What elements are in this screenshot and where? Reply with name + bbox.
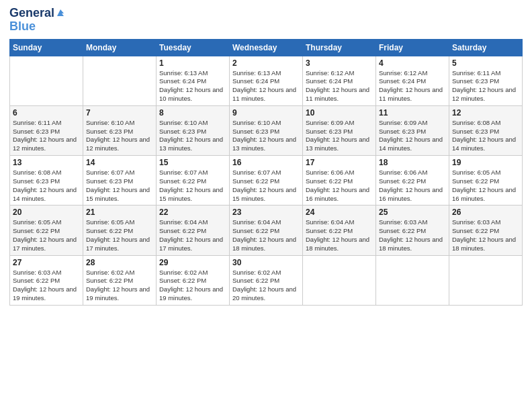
day-number: 11 xyxy=(379,108,446,118)
day-info: Sunrise: 6:05 AM Sunset: 6:22 PM Dayligh… xyxy=(452,169,519,203)
day-info: Sunrise: 6:13 AM Sunset: 6:24 PM Dayligh… xyxy=(159,69,226,103)
day-number: 19 xyxy=(452,158,519,167)
day-cell: 29Sunrise: 6:02 AM Sunset: 6:22 PM Dayli… xyxy=(157,255,230,305)
day-number: 7 xyxy=(86,108,153,118)
week-row-5: 27Sunrise: 6:03 AM Sunset: 6:22 PM Dayli… xyxy=(10,255,523,305)
day-number: 6 xyxy=(13,108,80,118)
day-cell: 16Sunrise: 6:07 AM Sunset: 6:22 PM Dayli… xyxy=(230,156,303,205)
day-cell: 9Sunrise: 6:10 AM Sunset: 6:23 PM Daylig… xyxy=(230,105,303,155)
day-cell: 25Sunrise: 6:03 AM Sunset: 6:22 PM Dayli… xyxy=(376,205,449,255)
day-cell: 12Sunrise: 6:08 AM Sunset: 6:23 PM Dayli… xyxy=(449,105,523,155)
day-info: Sunrise: 6:02 AM Sunset: 6:22 PM Dayligh… xyxy=(232,269,300,303)
day-cell: 19Sunrise: 6:05 AM Sunset: 6:22 PM Dayli… xyxy=(449,156,523,205)
day-info: Sunrise: 6:06 AM Sunset: 6:22 PM Dayligh… xyxy=(379,169,446,203)
day-cell: 14Sunrise: 6:07 AM Sunset: 6:23 PM Dayli… xyxy=(83,156,157,205)
day-info: Sunrise: 6:11 AM Sunset: 6:23 PM Dayligh… xyxy=(13,119,80,153)
day-info: Sunrise: 6:08 AM Sunset: 6:23 PM Dayligh… xyxy=(452,119,519,153)
week-row-2: 6Sunrise: 6:11 AM Sunset: 6:23 PM Daylig… xyxy=(10,105,523,155)
day-info: Sunrise: 6:13 AM Sunset: 6:24 PM Dayligh… xyxy=(232,69,300,103)
weekday-header-saturday: Saturday xyxy=(449,39,523,56)
day-cell: 21Sunrise: 6:05 AM Sunset: 6:22 PM Dayli… xyxy=(83,205,157,255)
weekday-header-monday: Monday xyxy=(83,39,157,56)
day-number: 14 xyxy=(86,158,153,167)
day-number: 22 xyxy=(159,208,226,217)
day-cell xyxy=(83,56,157,105)
day-info: Sunrise: 6:09 AM Sunset: 6:23 PM Dayligh… xyxy=(306,119,373,153)
day-cell: 23Sunrise: 6:04 AM Sunset: 6:22 PM Dayli… xyxy=(230,205,303,255)
logo: General Blue xyxy=(9,7,65,34)
week-row-3: 13Sunrise: 6:08 AM Sunset: 6:23 PM Dayli… xyxy=(10,156,523,205)
calendar-table: SundayMondayTuesdayWednesdayThursdayFrid… xyxy=(9,39,523,306)
day-number: 1 xyxy=(159,58,226,68)
day-number: 13 xyxy=(13,158,80,167)
day-cell xyxy=(376,255,449,305)
day-cell: 3Sunrise: 6:12 AM Sunset: 6:24 PM Daylig… xyxy=(303,56,376,105)
day-info: Sunrise: 6:12 AM Sunset: 6:24 PM Dayligh… xyxy=(306,69,373,103)
day-info: Sunrise: 6:12 AM Sunset: 6:24 PM Dayligh… xyxy=(379,69,446,103)
day-number: 30 xyxy=(232,258,300,267)
day-cell: 4Sunrise: 6:12 AM Sunset: 6:24 PM Daylig… xyxy=(376,56,449,105)
day-number: 17 xyxy=(306,158,373,167)
logo-blue: Blue xyxy=(9,20,36,34)
day-info: Sunrise: 6:02 AM Sunset: 6:22 PM Dayligh… xyxy=(86,269,153,303)
day-cell: 2Sunrise: 6:13 AM Sunset: 6:24 PM Daylig… xyxy=(230,56,303,105)
day-number: 29 xyxy=(159,258,226,267)
day-cell: 24Sunrise: 6:04 AM Sunset: 6:22 PM Dayli… xyxy=(303,205,376,255)
day-info: Sunrise: 6:11 AM Sunset: 6:23 PM Dayligh… xyxy=(452,69,519,103)
day-cell xyxy=(449,255,523,305)
day-cell: 6Sunrise: 6:11 AM Sunset: 6:23 PM Daylig… xyxy=(10,105,83,155)
day-cell: 11Sunrise: 6:09 AM Sunset: 6:23 PM Dayli… xyxy=(376,105,449,155)
weekday-header-wednesday: Wednesday xyxy=(230,39,303,56)
weekday-header-friday: Friday xyxy=(376,39,449,56)
day-cell: 30Sunrise: 6:02 AM Sunset: 6:22 PM Dayli… xyxy=(230,255,303,305)
day-info: Sunrise: 6:05 AM Sunset: 6:22 PM Dayligh… xyxy=(13,218,80,253)
day-info: Sunrise: 6:04 AM Sunset: 6:22 PM Dayligh… xyxy=(306,218,373,253)
day-cell: 18Sunrise: 6:06 AM Sunset: 6:22 PM Dayli… xyxy=(376,156,449,205)
day-number: 3 xyxy=(306,58,373,68)
day-info: Sunrise: 6:09 AM Sunset: 6:23 PM Dayligh… xyxy=(379,119,446,153)
day-cell: 8Sunrise: 6:10 AM Sunset: 6:23 PM Daylig… xyxy=(157,105,230,155)
header: General Blue xyxy=(9,7,523,34)
day-number: 20 xyxy=(13,208,80,217)
weekday-header-sunday: Sunday xyxy=(10,39,83,56)
day-number: 27 xyxy=(13,258,80,267)
day-number: 5 xyxy=(452,58,519,68)
day-number: 10 xyxy=(306,108,373,118)
day-info: Sunrise: 6:03 AM Sunset: 6:22 PM Dayligh… xyxy=(13,269,80,303)
day-number: 16 xyxy=(232,158,300,167)
day-info: Sunrise: 6:04 AM Sunset: 6:22 PM Dayligh… xyxy=(159,218,226,253)
day-cell xyxy=(303,255,376,305)
day-info: Sunrise: 6:03 AM Sunset: 6:22 PM Dayligh… xyxy=(452,218,519,253)
day-info: Sunrise: 6:04 AM Sunset: 6:22 PM Dayligh… xyxy=(232,218,300,253)
day-cell: 26Sunrise: 6:03 AM Sunset: 6:22 PM Dayli… xyxy=(449,205,523,255)
weekday-header-row: SundayMondayTuesdayWednesdayThursdayFrid… xyxy=(10,39,523,56)
logo-general: General xyxy=(9,7,54,20)
day-info: Sunrise: 6:07 AM Sunset: 6:23 PM Dayligh… xyxy=(86,169,153,203)
day-cell: 27Sunrise: 6:03 AM Sunset: 6:22 PM Dayli… xyxy=(10,255,83,305)
day-cell xyxy=(10,56,83,105)
day-info: Sunrise: 6:10 AM Sunset: 6:23 PM Dayligh… xyxy=(159,119,226,153)
day-number: 21 xyxy=(86,208,153,217)
day-cell: 28Sunrise: 6:02 AM Sunset: 6:22 PM Dayli… xyxy=(83,255,157,305)
day-cell: 10Sunrise: 6:09 AM Sunset: 6:23 PM Dayli… xyxy=(303,105,376,155)
day-info: Sunrise: 6:08 AM Sunset: 6:23 PM Dayligh… xyxy=(13,169,80,203)
day-number: 26 xyxy=(452,208,519,217)
week-row-4: 20Sunrise: 6:05 AM Sunset: 6:22 PM Dayli… xyxy=(10,205,523,255)
day-cell: 1Sunrise: 6:13 AM Sunset: 6:24 PM Daylig… xyxy=(157,56,230,105)
day-number: 2 xyxy=(232,58,300,68)
logo-icon xyxy=(56,8,65,17)
day-info: Sunrise: 6:07 AM Sunset: 6:22 PM Dayligh… xyxy=(232,169,300,203)
day-cell: 17Sunrise: 6:06 AM Sunset: 6:22 PM Dayli… xyxy=(303,156,376,205)
day-cell: 15Sunrise: 6:07 AM Sunset: 6:22 PM Dayli… xyxy=(157,156,230,205)
day-number: 25 xyxy=(379,208,446,217)
day-cell: 22Sunrise: 6:04 AM Sunset: 6:22 PM Dayli… xyxy=(157,205,230,255)
weekday-header-tuesday: Tuesday xyxy=(157,39,230,56)
week-row-1: 1Sunrise: 6:13 AM Sunset: 6:24 PM Daylig… xyxy=(10,56,523,105)
day-info: Sunrise: 6:07 AM Sunset: 6:22 PM Dayligh… xyxy=(159,169,226,203)
day-number: 23 xyxy=(232,208,300,217)
day-info: Sunrise: 6:03 AM Sunset: 6:22 PM Dayligh… xyxy=(379,218,446,253)
day-info: Sunrise: 6:02 AM Sunset: 6:22 PM Dayligh… xyxy=(159,269,226,303)
weekday-header-thursday: Thursday xyxy=(303,39,376,56)
day-info: Sunrise: 6:10 AM Sunset: 6:23 PM Dayligh… xyxy=(232,119,300,153)
day-cell: 13Sunrise: 6:08 AM Sunset: 6:23 PM Dayli… xyxy=(10,156,83,205)
